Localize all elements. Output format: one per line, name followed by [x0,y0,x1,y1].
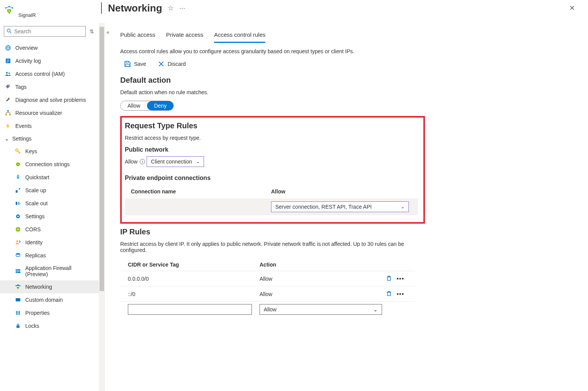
sidebar-item-custom-domain[interactable]: Custom domain [0,293,99,306]
sidebar-item-label: Networking [25,284,52,290]
sidebar-item-access-control[interactable]: Access control (IAM) [0,67,99,80]
search-icon [7,28,12,35]
sidebar-expand-toggle-icon[interactable]: ⇅ [89,28,95,34]
tab-public-access[interactable]: Public access [120,29,155,43]
sidebar-item-label: Replicas [25,252,46,258]
sidebar-item-networking[interactable]: Networking [0,280,99,293]
sidebar-item-label: Events [15,123,32,129]
delete-rule-icon[interactable] [386,275,392,282]
svg-point-29 [16,253,20,255]
default-action-allow[interactable]: Allow [121,101,147,110]
svg-rect-38 [19,311,20,315]
command-bar: Save Discard [120,59,577,69]
sidebar-item-activity-log[interactable]: Activity log [0,54,99,67]
ip-rules-text: Restrict access by client IP. It only ap… [120,241,415,253]
delete-rule-icon[interactable] [386,290,392,298]
sidebar-item-diagnose[interactable]: Diagnose and solve problems [0,93,99,106]
more-actions-icon[interactable]: ⋯ [179,5,186,12]
svg-point-16 [8,85,9,86]
svg-point-4 [8,10,10,12]
chevron-down-icon: ⌄ [401,204,405,209]
row-more-icon[interactable]: ••• [397,275,404,282]
sidebar-item-tags[interactable]: Tags [0,80,99,93]
signalr-service-icon [4,5,15,15]
sidebar-item-keys[interactable]: Keys [0,145,99,158]
public-network-heading: Public network [125,146,418,153]
visualizer-icon [5,110,11,116]
sidebar-item-events[interactable]: Events [0,119,99,133]
favorite-star-icon[interactable]: ☆ [168,4,174,12]
public-allow-label: Allow i [125,159,145,165]
default-action-deny[interactable]: Deny [147,101,173,110]
row-more-icon[interactable]: ••• [397,291,404,298]
svg-point-14 [6,72,8,74]
allow-label-text: Allow [125,159,137,165]
sidebar-search[interactable] [4,26,86,37]
search-input[interactable] [14,28,83,34]
col-connection-name: Connection name [131,188,271,195]
sidebar-item-label: Keys [25,148,37,154]
default-action-text: Default action when no rule matches. [120,89,577,95]
sidebar: ⇅ Overview Activity log Access control (… [0,23,99,391]
request-type-rules-heading: Request Type Rules [125,121,418,130]
private-allow-dropdown[interactable]: Server connection, REST API, Trace API ⌄ [271,201,409,212]
new-rule-cidr-input[interactable] [128,304,252,315]
discard-button[interactable]: Discard [155,59,188,69]
info-icon[interactable]: i [140,159,145,164]
new-rule-action-value: Allow [264,306,276,312]
properties-icon [15,309,21,316]
svg-rect-12 [7,61,10,61]
new-rule-action-select[interactable]: Allow ⌄ [260,304,382,315]
svg-rect-19 [9,114,11,115]
close-blade-icon[interactable]: ✕ [567,2,577,15]
collapse-sidebar-icon[interactable]: « [106,29,109,35]
sidebar-item-label: Connection strings [25,161,70,167]
sidebar-item-overview[interactable]: Overview [0,41,99,54]
sidebar-item-scale-up[interactable]: Scale up [0,184,99,197]
sidebar-item-connection-strings[interactable]: Connection strings [0,158,99,171]
ip-rule-new-row: Allow ⌄ [120,302,415,317]
sidebar-item-label: Tags [15,84,27,90]
sidebar-item-scale-out[interactable]: Scale out [0,197,99,210]
domain-icon [15,296,21,303]
col-allow: Allow [271,188,412,195]
cors-icon [15,226,21,233]
svg-rect-36 [16,311,17,315]
sidebar-item-replicas[interactable]: Replicas [0,249,99,262]
sidebar-item-properties[interactable]: Properties [0,306,99,319]
save-button[interactable]: Save [122,59,149,69]
sidebar-item-app-firewall[interactable]: Application Firewall (Preview) [0,262,99,280]
sidebar-item-quickstart[interactable]: Quickstart [0,171,99,184]
resource-header: SignalR [0,0,99,18]
ip-rule-action: Allow [260,291,386,297]
ip-rules-heading: IP Rules [120,227,415,236]
sidebar-group-settings[interactable]: ⌄ Settings [0,133,99,145]
public-allow-dropdown[interactable]: Client connection ⌄ [147,156,204,167]
wrench-icon [5,97,11,103]
sidebar-item-resource-visualizer[interactable]: Resource visualizer [0,106,99,119]
svg-rect-11 [7,60,10,60]
sidebar-item-settings[interactable]: Settings [0,210,99,223]
tab-access-control-rules[interactable]: Access control rules [214,29,265,43]
content-scrollbar[interactable] [99,23,105,391]
svg-rect-30 [16,269,20,273]
firewall-icon [15,268,21,275]
globe-icon [5,44,11,51]
svg-rect-37 [18,311,18,315]
svg-rect-3 [8,12,10,13]
title-divider [101,2,102,14]
sidebar-item-label: Quickstart [25,174,49,180]
svg-rect-42 [387,277,390,280]
rocket-icon [15,174,21,181]
page-title: Networking [108,2,162,14]
svg-point-21 [18,176,18,177]
scrollbar-thumb[interactable] [100,27,104,291]
tab-private-access[interactable]: Private access [166,29,204,43]
default-action-toggle[interactable]: Allow Deny [120,101,174,111]
sidebar-item-label: Locks [25,323,39,329]
sidebar-item-label: Diagnose and solve problems [15,97,86,103]
sidebar-item-locks[interactable]: Locks [0,319,99,332]
sidebar-item-cors[interactable]: CORS [0,223,99,236]
sidebar-item-label: Access control (IAM) [15,71,65,77]
sidebar-item-identity[interactable]: Identity [0,236,99,249]
